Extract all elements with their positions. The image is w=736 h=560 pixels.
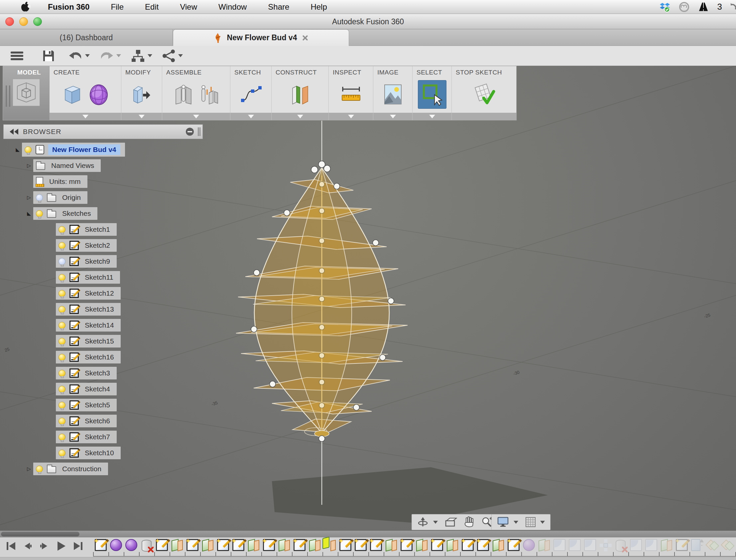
visibility-bulb-on-icon[interactable] bbox=[59, 306, 66, 313]
browser-row[interactable]: ▷Origin bbox=[3, 190, 203, 206]
timeline-item-plane[interactable] bbox=[278, 539, 290, 551]
save-icon[interactable] bbox=[42, 49, 55, 63]
browser-row[interactable]: ◣Sketches bbox=[3, 206, 203, 221]
step-forward-icon[interactable] bbox=[39, 540, 50, 552]
press-pull-icon[interactable] bbox=[131, 84, 152, 105]
step-back-icon[interactable] bbox=[22, 540, 33, 552]
dropbox-icon[interactable] bbox=[660, 2, 670, 12]
browser-row[interactable]: Sketch12 bbox=[3, 285, 203, 301]
timeline-item-sketch[interactable] bbox=[462, 539, 474, 551]
browser-row-label[interactable]: Sketch12 bbox=[83, 289, 116, 298]
browser-row-label[interactable]: Sketches bbox=[60, 209, 93, 218]
browser-row[interactable]: Sketch7 bbox=[3, 429, 203, 445]
browser-row-label[interactable]: Origin bbox=[60, 193, 83, 202]
timeline-item-sketch[interactable] bbox=[340, 539, 352, 551]
go-to-start-icon[interactable] bbox=[5, 540, 17, 552]
timeline-item-plane[interactable] bbox=[309, 539, 321, 551]
visibility-bulb-on-icon[interactable] bbox=[59, 354, 66, 361]
tab-close-icon[interactable] bbox=[302, 35, 308, 41]
timeline-item-plane[interactable] bbox=[248, 539, 260, 551]
redo-dropdown-caret[interactable] bbox=[116, 54, 121, 57]
browser-row[interactable]: Sketch3 bbox=[3, 365, 203, 381]
stop-sketch-icon[interactable] bbox=[472, 83, 496, 105]
timeline-item-cyl[interactable] bbox=[142, 540, 152, 552]
visibility-bulb-on-icon[interactable] bbox=[59, 370, 66, 377]
menu-share[interactable]: Share bbox=[268, 2, 289, 12]
orbit-icon[interactable] bbox=[417, 516, 428, 528]
modify-dropdown[interactable] bbox=[121, 113, 162, 120]
browser-row[interactable]: Sketch4 bbox=[3, 381, 203, 397]
inspect-dropdown[interactable] bbox=[329, 113, 373, 120]
select-dropdown[interactable] bbox=[412, 113, 451, 120]
browser-row[interactable]: Sketch15 bbox=[3, 333, 203, 349]
visibility-bulb-on-icon[interactable] bbox=[36, 210, 43, 217]
expander-closed-icon[interactable]: ▷ bbox=[25, 195, 33, 201]
browser-row[interactable]: Sketch6 bbox=[3, 413, 203, 429]
visibility-bulb-on-icon[interactable] bbox=[59, 434, 66, 441]
expander-closed-icon[interactable]: ▷ bbox=[25, 163, 33, 169]
timeline-item-sketch[interactable] bbox=[400, 539, 412, 551]
visibility-bulb-on-icon[interactable] bbox=[59, 338, 66, 345]
ribbon-grip[interactable] bbox=[6, 85, 10, 107]
share-icon[interactable] bbox=[162, 49, 176, 63]
browser-row-label[interactable]: New Flower Bud v4 bbox=[48, 144, 120, 155]
timeline-item-sphere[interactable] bbox=[125, 539, 137, 551]
visibility-bulb-off-icon[interactable] bbox=[36, 194, 43, 201]
display-dropdown-caret[interactable] bbox=[514, 521, 518, 524]
browser-row[interactable]: Sketch16 bbox=[3, 349, 203, 365]
visibility-bulb-on-icon[interactable] bbox=[59, 450, 66, 457]
timeline-item-sketch[interactable] bbox=[217, 539, 229, 551]
browser-row[interactable]: Units: mm bbox=[3, 174, 203, 190]
timeline-item-sketch[interactable] bbox=[232, 539, 244, 551]
browser-row-label[interactable]: Sketch4 bbox=[83, 384, 112, 394]
timeline-item-plane[interactable] bbox=[416, 539, 428, 551]
visibility-bulb-on-icon[interactable] bbox=[59, 418, 66, 425]
apple-menu-icon[interactable] bbox=[20, 2, 31, 12]
timeline-item-sphere[interactable] bbox=[523, 539, 535, 551]
menu-window[interactable]: Window bbox=[219, 2, 247, 12]
browser-row-label[interactable]: Sketch15 bbox=[83, 337, 116, 346]
visibility-bulb-on-icon[interactable] bbox=[59, 290, 66, 297]
menu-edit[interactable]: Edit bbox=[145, 2, 159, 12]
timeline-item-plane[interactable] bbox=[446, 539, 458, 551]
timeline-item-sketch[interactable] bbox=[294, 539, 306, 551]
visibility-bulb-on-icon[interactable] bbox=[59, 322, 66, 329]
browser-row[interactable]: Sketch14 bbox=[3, 317, 203, 333]
menu-app-name[interactable]: Fusion 360 bbox=[48, 2, 89, 12]
timeline-item-sketch[interactable] bbox=[477, 539, 489, 551]
window-titlebar[interactable]: Autodesk Fusion 360 bbox=[0, 14, 736, 29]
menu-view[interactable]: View bbox=[180, 2, 197, 12]
timeline-item-sphere[interactable] bbox=[110, 539, 122, 551]
browser-header[interactable]: BROWSER bbox=[3, 124, 203, 139]
pan-icon[interactable] bbox=[464, 516, 474, 528]
timeline-item-sketch[interactable] bbox=[508, 539, 519, 551]
timeline-item-sketch[interactable] bbox=[431, 539, 443, 551]
undo-dropdown-caret[interactable] bbox=[85, 54, 90, 57]
timeline-item-fillet[interactable] bbox=[630, 539, 642, 551]
expander-closed-icon[interactable]: ▷ bbox=[25, 466, 33, 472]
sketch-dropdown[interactable] bbox=[230, 113, 271, 120]
visibility-bulb-on-icon[interactable] bbox=[59, 386, 66, 393]
expander-open-icon[interactable]: ◣ bbox=[13, 147, 22, 153]
browser-row-label[interactable]: Sketch16 bbox=[83, 352, 116, 362]
hierarchy-icon[interactable] bbox=[131, 49, 145, 63]
hierarchy-dropdown-caret[interactable] bbox=[148, 54, 152, 57]
browser-row[interactable]: Sketch1 bbox=[3, 221, 203, 237]
timeline-item-sketch[interactable] bbox=[95, 539, 107, 551]
timeline-item-fillet[interactable] bbox=[584, 539, 596, 551]
viewport[interactable]: -25-30-3525 MODEL CREATE bbox=[0, 66, 736, 531]
browser-row-label[interactable]: Sketch7 bbox=[83, 432, 112, 442]
timeline-item-sketch[interactable] bbox=[263, 539, 275, 551]
minimize-panel-icon[interactable] bbox=[186, 128, 194, 136]
timeline-item-plane[interactable] bbox=[202, 539, 214, 551]
visibility-bulb-on-icon[interactable] bbox=[59, 274, 66, 281]
timeline-item-plane[interactable] bbox=[324, 539, 336, 551]
menu-file[interactable]: File bbox=[111, 2, 124, 12]
adobe-icon[interactable] bbox=[698, 2, 709, 12]
timeline-item-move[interactable] bbox=[599, 539, 611, 551]
browser-row-label[interactable]: Sketch2 bbox=[83, 241, 112, 250]
timeline-item-fillet[interactable] bbox=[569, 539, 581, 551]
browser-row[interactable]: ◣New Flower Bud v4 bbox=[3, 142, 203, 158]
visibility-bulb-on-icon[interactable] bbox=[25, 146, 32, 153]
visibility-bulb-on-icon[interactable] bbox=[36, 466, 43, 473]
